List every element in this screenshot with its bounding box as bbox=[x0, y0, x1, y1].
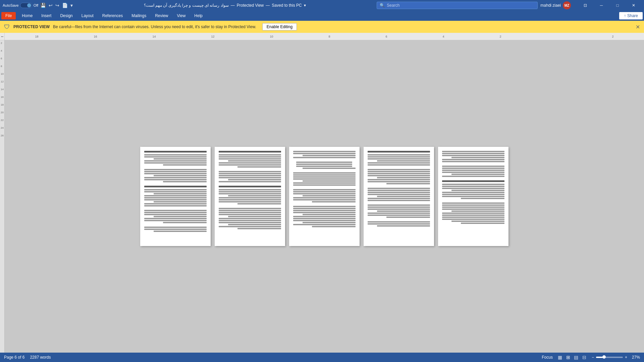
ruler-area: ↔ 18 16 14 12 10 8 6 4 2 2 bbox=[0, 33, 644, 40]
title-separator: — bbox=[231, 3, 235, 8]
ruler-main: 18 16 14 12 10 8 6 4 2 2 bbox=[5, 33, 644, 40]
tab-design[interactable]: Design bbox=[56, 12, 76, 19]
title-separator2: — bbox=[266, 3, 270, 8]
page-content-4 bbox=[368, 151, 430, 242]
tab-file[interactable]: File bbox=[1, 12, 16, 19]
toolbar-icons: 💾 ↩ ↪ 📄 ▾ bbox=[40, 3, 73, 8]
view-icons: ▦ ⊞ ▤ ⊟ bbox=[557, 354, 588, 360]
close-btn[interactable]: ✕ bbox=[626, 0, 641, 11]
read-mode-icon[interactable]: ▤ bbox=[573, 354, 580, 360]
redo-icon[interactable]: ↪ bbox=[55, 3, 59, 8]
maximize-btn[interactable]: □ bbox=[610, 0, 625, 11]
search-icon: 🔍 bbox=[380, 3, 385, 8]
web-layout-icon[interactable]: ⊞ bbox=[565, 354, 572, 360]
enable-editing-button[interactable]: Enable Editing bbox=[262, 23, 297, 31]
left-ruler-numbers: 2 4 6 8 10 12 14 16 18 20 22 24 26 bbox=[1, 42, 4, 137]
status-right: Focus ▦ ⊞ ▤ ⊟ − + 27% bbox=[542, 354, 640, 360]
word-count: 2287 words bbox=[30, 355, 51, 360]
view-mode: Protected View bbox=[237, 3, 264, 8]
minimize-btn[interactable]: ─ bbox=[594, 0, 609, 11]
protected-view-bar: 🛡 PROTECTED VIEW Be careful—files from t… bbox=[0, 21, 644, 33]
zoom-in-icon[interactable]: + bbox=[625, 355, 627, 360]
print-layout-icon[interactable]: ▦ bbox=[557, 354, 564, 360]
save-icon[interactable]: 💾 bbox=[40, 3, 46, 8]
customize-icon[interactable]: ▾ bbox=[70, 3, 73, 8]
zoom-level[interactable]: 27% bbox=[629, 355, 640, 360]
tab-insert[interactable]: Insert bbox=[37, 12, 55, 19]
tab-view[interactable]: View bbox=[173, 12, 190, 19]
focus-view-icon[interactable]: ⊟ bbox=[581, 354, 588, 360]
zoom-controls: − + 27% bbox=[592, 355, 640, 360]
ruler-numbers: 18 16 14 12 10 8 6 4 2 2 bbox=[7, 35, 641, 38]
tab-home[interactable]: Home bbox=[18, 12, 37, 19]
window-controls: ⊡ ─ □ ✕ bbox=[578, 0, 641, 11]
page-thumbnail-4[interactable] bbox=[364, 147, 434, 246]
share-icon: ↑ bbox=[624, 13, 626, 18]
search-box[interactable]: 🔍 bbox=[377, 2, 538, 9]
page-content-2 bbox=[219, 151, 281, 242]
page-info: Page 6 of 6 bbox=[4, 355, 24, 360]
zoom-slider-thumb bbox=[602, 355, 606, 359]
close-protected-bar-button[interactable]: ✕ bbox=[636, 24, 640, 30]
focus-label[interactable]: Focus bbox=[542, 355, 553, 360]
autosave-toggle[interactable] bbox=[20, 3, 32, 8]
search-input[interactable] bbox=[387, 3, 535, 8]
undo-icon[interactable]: ↩ bbox=[49, 3, 53, 8]
page-thumbnail-1[interactable] bbox=[140, 147, 211, 246]
document-area: 2 4 6 8 10 12 14 16 18 20 22 24 26 bbox=[0, 40, 644, 353]
user-avatar[interactable]: MZ bbox=[563, 1, 571, 9]
tab-layout[interactable]: Layout bbox=[77, 12, 98, 19]
left-ruler: 2 4 6 8 10 12 14 16 18 20 22 24 26 bbox=[0, 40, 5, 353]
zoom-out-icon[interactable]: − bbox=[592, 355, 594, 360]
tab-review[interactable]: Review bbox=[151, 12, 172, 19]
title-bar-right: 🔍 mahdi ziaei MZ ⊡ ─ □ ✕ bbox=[377, 0, 641, 11]
tab-help[interactable]: Help bbox=[190, 12, 207, 19]
tab-references[interactable]: References bbox=[98, 12, 127, 19]
title-bar-center: سواد رسانه ای چیست و چرا یادگیری آن مهم … bbox=[73, 3, 377, 8]
share-button[interactable]: ↑ Share bbox=[619, 12, 643, 19]
ruler-corner: ↔ bbox=[0, 33, 5, 40]
document-title: سواد رسانه ای چیست و چرا یادگیری آن مهم … bbox=[144, 3, 229, 8]
ribbon-display-btn[interactable]: ⊡ bbox=[578, 0, 593, 11]
save-status: Saved to this PC bbox=[272, 3, 302, 8]
protected-label: PROTECTED VIEW bbox=[13, 24, 50, 29]
page-content-5 bbox=[442, 151, 504, 242]
protected-message: Be careful—files from the Internet can c… bbox=[53, 24, 256, 29]
page-thumbnail-3[interactable] bbox=[289, 147, 360, 246]
user-name: mahdi ziaei bbox=[540, 3, 561, 8]
save-dropdown-icon[interactable]: ▾ bbox=[304, 3, 306, 8]
autosave-state: Off bbox=[34, 3, 38, 7]
page-thumbnail-2[interactable] bbox=[215, 147, 285, 246]
ribbon: File Home Insert Design Layout Reference… bbox=[0, 11, 644, 21]
status-bar: Page 6 of 6 2287 words Focus ▦ ⊞ ▤ ⊟ − +… bbox=[0, 353, 644, 362]
zoom-slider-fill bbox=[596, 357, 603, 358]
title-bar: AutoSave Off 💾 ↩ ↪ 📄 ▾ سواد رسانه ای چیس… bbox=[0, 0, 644, 11]
title-bar-left: AutoSave Off 💾 ↩ ↪ 📄 ▾ bbox=[3, 3, 73, 8]
page-content-1 bbox=[144, 151, 207, 242]
autosave-label: AutoSave bbox=[3, 3, 19, 7]
ruler-corner-icon[interactable]: ↔ bbox=[0, 33, 4, 40]
user-area: mahdi ziaei MZ bbox=[540, 1, 571, 9]
new-doc-icon[interactable]: 📄 bbox=[62, 3, 68, 8]
zoom-slider[interactable] bbox=[596, 357, 623, 358]
shield-icon: 🛡 bbox=[4, 23, 10, 31]
page-thumbnail-5[interactable] bbox=[438, 147, 508, 246]
page-content-3 bbox=[293, 151, 356, 242]
pages-container bbox=[5, 40, 644, 353]
tab-mailings[interactable]: Mailings bbox=[127, 12, 150, 19]
autosave-area: AutoSave Off bbox=[3, 3, 38, 8]
